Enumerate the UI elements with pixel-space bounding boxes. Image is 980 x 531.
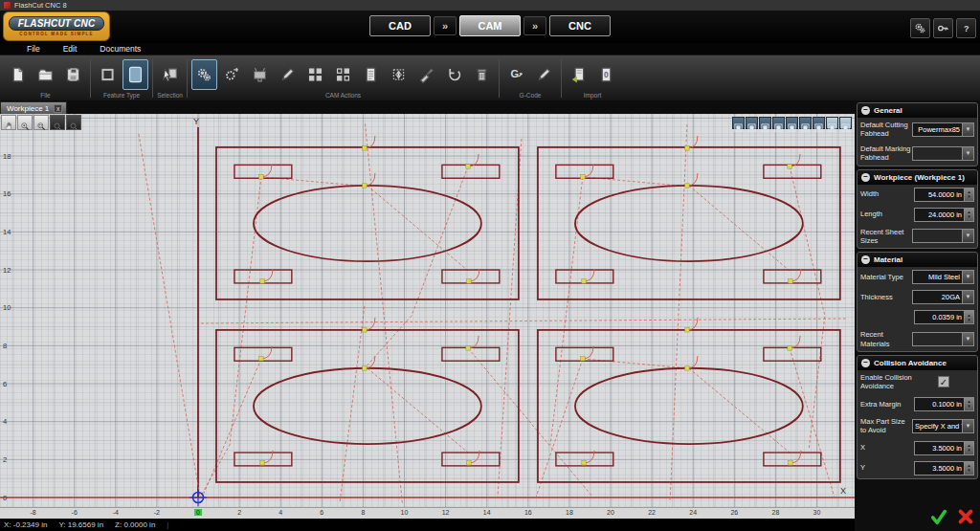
transform-icon[interactable] bbox=[386, 59, 412, 90]
workpiece-width-spinner[interactable]: ▴▾ bbox=[964, 188, 974, 202]
delete-trash-icon[interactable] bbox=[469, 59, 495, 90]
recent-sheet-sizes-dropdown-icon[interactable]: ▼ bbox=[962, 229, 974, 243]
workpiece-width-value[interactable]: 54.0000 in bbox=[914, 188, 964, 202]
mode-tab-cnc[interactable]: CNC bbox=[549, 15, 611, 36]
workpiece-length-spinner[interactable]: ▴▾ bbox=[964, 208, 974, 222]
material-thickness-inches-spinner[interactable]: ▴▾ bbox=[964, 310, 974, 324]
default-cutting-fabhead-value[interactable]: Powermax85 bbox=[912, 122, 962, 137]
feature-fill-icon[interactable] bbox=[122, 59, 148, 90]
import-gcode-icon[interactable]: 0 bbox=[593, 59, 619, 90]
avoid-x-value[interactable]: 3.5000 in bbox=[914, 441, 964, 455]
lead-in-marker bbox=[363, 366, 367, 370]
ruler-tick: 4 bbox=[277, 509, 284, 516]
recent-materials-value[interactable] bbox=[912, 332, 962, 346]
max-part-size-to-avoid-dropdown-icon[interactable]: ▼ bbox=[962, 419, 974, 433]
avoid-y-value[interactable]: 3.5000 in bbox=[914, 461, 964, 476]
lead-in-marker bbox=[466, 165, 470, 168]
rapid-move-path bbox=[550, 177, 583, 445]
avoid-y-spinner[interactable]: ▴▾ bbox=[964, 461, 974, 476]
toolbar-group-label: Import bbox=[566, 92, 619, 100]
menu-edit[interactable]: Edit bbox=[63, 44, 78, 54]
mode-chevron-icon[interactable]: » bbox=[434, 16, 457, 35]
mode-tab-cad[interactable]: CAD bbox=[369, 15, 431, 36]
toolbar-group-import: 0Import bbox=[563, 56, 622, 100]
default-marking-fabhead-value[interactable] bbox=[912, 146, 962, 161]
import-dxf-icon[interactable] bbox=[566, 59, 591, 90]
recent-materials-dropdown-icon[interactable]: ▼ bbox=[962, 332, 974, 346]
setting-row-default-cutting-fabhead: Default Cutting FabheadPowermax85▼ bbox=[858, 118, 977, 142]
lead-in-marker bbox=[582, 279, 586, 283]
logo-text: FLASHCUT CNC bbox=[9, 16, 104, 31]
collapse-section-icon[interactable]: − bbox=[861, 106, 870, 115]
save-file-icon[interactable] bbox=[60, 59, 86, 90]
collapse-section-icon[interactable]: − bbox=[861, 359, 870, 367]
avoid-x-spinner[interactable]: ▴▾ bbox=[964, 441, 974, 455]
setting-row-extra-margin: Extra Margin0.1000 in▴▾ bbox=[858, 394, 977, 414]
new-file-icon[interactable] bbox=[5, 59, 31, 90]
material-type-value[interactable]: Mild Steel bbox=[912, 270, 962, 284]
max-part-size-to-avoid-value[interactable]: Specify X and Y bbox=[912, 419, 962, 433]
canvas-toggle-points-icon[interactable] bbox=[813, 117, 825, 129]
nesting-drawing[interactable]: YX024681012141618 bbox=[0, 114, 855, 507]
zoom-in-icon[interactable] bbox=[17, 115, 33, 130]
manual-edit-icon[interactable] bbox=[275, 59, 301, 90]
canvas-toggle-leads-icon[interactable] bbox=[786, 117, 798, 129]
open-file-icon[interactable] bbox=[33, 59, 58, 90]
menu-file[interactable]: File bbox=[27, 44, 40, 54]
cam-canvas[interactable]: YX024681012141618 bbox=[0, 114, 855, 507]
toolpath-order-icon[interactable] bbox=[413, 59, 439, 90]
default-marking-fabhead-dropdown-icon[interactable]: ▼ bbox=[962, 146, 974, 161]
recent-sheet-sizes-value[interactable] bbox=[912, 229, 962, 243]
material-thickness-dropdown-icon[interactable]: ▼ bbox=[962, 290, 974, 304]
enable-collision-avoidance-checkbox[interactable]: ✓ bbox=[938, 376, 949, 387]
accept-check-icon[interactable] bbox=[930, 508, 947, 525]
canvas-toggle-direction-icon[interactable] bbox=[759, 117, 771, 129]
mode-tab-cam[interactable]: CAM bbox=[459, 15, 521, 36]
collapse-section-icon[interactable]: − bbox=[861, 173, 870, 182]
license-key-icon[interactable] bbox=[933, 18, 953, 38]
ruler-tick: -2 bbox=[152, 509, 162, 516]
nesting-icon[interactable] bbox=[302, 59, 328, 90]
workpiece-length-value[interactable]: 24.0000 in bbox=[914, 208, 964, 222]
simulation-icon[interactable] bbox=[247, 59, 273, 90]
canvas-toggle-grid-icon[interactable] bbox=[839, 117, 852, 129]
feature-outline-icon[interactable] bbox=[95, 59, 121, 90]
zoom-previous-icon[interactable] bbox=[50, 115, 65, 130]
edit-gcode-icon[interactable] bbox=[531, 59, 557, 90]
nesting-grid-icon[interactable] bbox=[330, 59, 356, 90]
ruler-tick: 16 bbox=[3, 189, 11, 198]
setting-row-recent-materials: Recent Materials▼ bbox=[858, 327, 977, 351]
pan-hand-icon[interactable] bbox=[1, 115, 16, 130]
zoom-window-icon[interactable] bbox=[33, 115, 49, 130]
zoom-extents-icon[interactable] bbox=[66, 115, 81, 130]
generate-gcode-icon[interactable]: G bbox=[503, 59, 529, 90]
cam-settings-gears-icon[interactable] bbox=[191, 59, 217, 90]
cancel-x-icon[interactable] bbox=[957, 508, 974, 525]
tab-close-icon[interactable]: x bbox=[54, 104, 62, 113]
toolbar: FileFeature TypeSelectionCAM ActionsGG-C… bbox=[0, 55, 980, 100]
setting-row-recent-sheet-sizes: Recent Sheet Sizes▼ bbox=[858, 225, 977, 249]
ruler-tick: 28 bbox=[769, 509, 781, 516]
fabhead-config-icon[interactable] bbox=[219, 59, 245, 90]
help-icon[interactable]: ? bbox=[956, 18, 976, 38]
select-parts-icon[interactable] bbox=[157, 59, 183, 90]
canvas-toggle-dot-icon[interactable] bbox=[826, 117, 838, 129]
mode-chevron-icon[interactable]: » bbox=[523, 16, 546, 35]
panel-section-workpiece: −Workpiece (Workpiece 1)Width54.0000 in▴… bbox=[857, 169, 978, 250]
cut-report-icon[interactable] bbox=[358, 59, 384, 90]
extra-margin-value[interactable]: 0.1000 in bbox=[914, 397, 964, 411]
canvas-toggle-kerf-icon[interactable] bbox=[772, 117, 785, 129]
menu-documents[interactable]: Documents bbox=[100, 44, 141, 54]
collapse-section-icon[interactable]: − bbox=[861, 255, 870, 264]
extra-margin-spinner[interactable]: ▴▾ bbox=[964, 397, 974, 411]
canvas-toggle-order-icon[interactable] bbox=[799, 117, 812, 129]
workpiece-tab[interactable]: Workpiece 1 x bbox=[0, 101, 67, 114]
material-thickness-inches-value[interactable]: 0.0359 in bbox=[914, 310, 964, 324]
reset-undo-icon[interactable] bbox=[441, 59, 467, 90]
material-thickness-value[interactable]: 20GA bbox=[912, 290, 962, 304]
canvas-toggle-rapids-icon[interactable] bbox=[746, 117, 758, 129]
settings-gears-icon[interactable] bbox=[910, 18, 930, 38]
default-cutting-fabhead-dropdown-icon[interactable]: ▼ bbox=[962, 122, 974, 137]
canvas-toggle-fit-icon[interactable] bbox=[732, 117, 745, 129]
material-type-dropdown-icon[interactable]: ▼ bbox=[962, 270, 974, 284]
